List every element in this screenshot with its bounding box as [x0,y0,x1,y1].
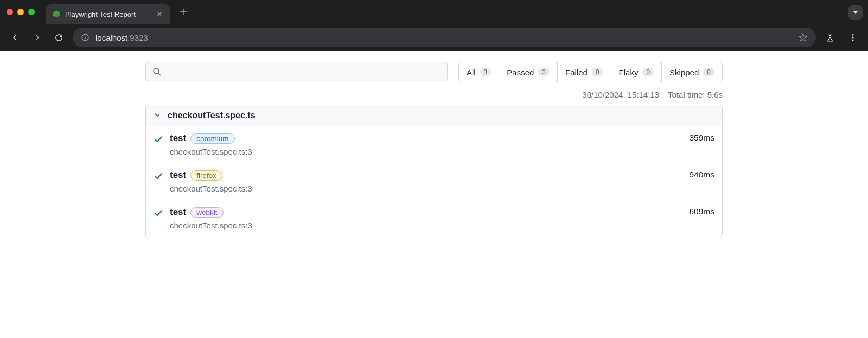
header-row: All 3 Passed 3 Failed 0 Flaky 0 Skipped [145,62,723,82]
address-bar[interactable]: localhost:9323 [73,28,816,47]
filter-passed[interactable]: Passed 3 [499,62,558,82]
chevron-down-icon [154,111,162,120]
search-icon [152,67,161,76]
test-location: checkoutTest.spec.ts:3 [170,221,682,230]
url-host: localhost [95,33,127,42]
test-row[interactable]: test webkit checkoutTest.spec.ts:3 609ms [146,200,722,237]
svg-point-2 [852,37,854,39]
file-card: checkoutTest.spec.ts test chromium check… [145,105,723,237]
filter-label: Passed [507,68,534,77]
project-badge-firefox: firefox [190,170,222,181]
check-icon [154,208,163,218]
project-badge-chromium: chromium [190,133,234,144]
playwright-favicon [52,10,61,18]
count-badge: 3 [480,68,492,76]
count-badge: 0 [703,68,714,76]
browser-chrome: Playwright Test Report localhost:9323 [0,0,868,51]
filter-label: Failed [565,68,588,77]
test-location: checkoutTest.spec.ts:3 [170,147,682,156]
filter-label: Skipped [669,68,699,77]
check-icon [154,135,163,144]
back-button[interactable] [8,30,23,45]
search-box[interactable] [145,62,448,81]
site-info-icon[interactable] [80,33,90,42]
count-badge: 3 [538,68,550,76]
report-timestamp: 30/10/2024, 15:14:13 [582,90,659,99]
menu-button[interactable] [845,30,860,45]
url-text: localhost:9323 [95,33,148,42]
test-name: test [170,133,186,144]
meta-row: 30/10/2024, 15:14:13 Total time: 5.6s [145,90,723,99]
filter-flaky[interactable]: Flaky 0 [611,62,662,82]
filter-failed[interactable]: Failed 0 [558,62,611,82]
test-name: test [170,207,186,218]
forward-button[interactable] [29,30,44,45]
bookmark-button[interactable] [797,32,808,43]
browser-toolbar: localhost:9323 [0,24,868,51]
test-duration: 940ms [689,170,714,193]
search-input[interactable] [165,67,441,76]
project-badge-webkit: webkit [190,207,223,218]
filter-label: All [467,68,476,77]
report-total-time: Total time: 5.6s [668,90,723,99]
browser-tab[interactable]: Playwright Test Report [46,4,170,24]
filter-all[interactable]: All 3 [459,62,499,82]
extensions-button[interactable] [822,30,838,45]
window-controls [7,9,35,15]
count-badge: 0 [592,68,603,76]
reload-button[interactable] [51,30,66,45]
new-tab-button[interactable] [176,4,191,20]
test-duration: 359ms [689,133,714,156]
report-page: All 3 Passed 3 Failed 0 Flaky 0 Skipped [0,51,868,248]
file-name: checkoutTest.spec.ts [168,111,256,120]
test-duration: 609ms [689,207,714,230]
tab-strip: Playwright Test Report [0,0,868,24]
minimize-window-button[interactable] [17,9,24,15]
filter-tabs: All 3 Passed 3 Failed 0 Flaky 0 Skipped [458,62,723,82]
filter-label: Flaky [619,68,639,77]
test-location: checkoutTest.spec.ts:3 [170,184,682,193]
file-header[interactable]: checkoutTest.spec.ts [146,105,722,126]
check-icon [154,171,163,181]
test-name: test [170,170,186,181]
tab-title: Playwright Test Report [65,10,151,18]
close-tab-button[interactable] [155,10,164,18]
svg-point-4 [154,68,159,74]
tabs-dropdown-button[interactable] [848,5,863,20]
count-badge: 0 [642,68,654,76]
filter-skipped[interactable]: Skipped 0 [662,62,722,82]
url-port: :9323 [127,33,148,42]
svg-point-1 [852,34,854,36]
maximize-window-button[interactable] [28,9,35,15]
close-window-button[interactable] [7,9,13,15]
test-row[interactable]: test firefox checkoutTest.spec.ts:3 940m… [146,163,722,200]
svg-point-3 [852,40,854,41]
test-row[interactable]: test chromium checkoutTest.spec.ts:3 359… [146,126,722,163]
